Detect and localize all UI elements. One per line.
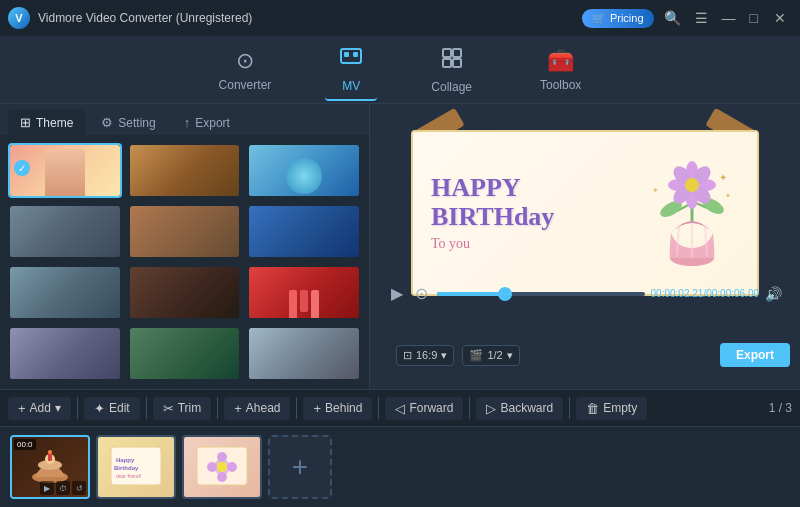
birthday-card: HAPPY BIRTHday To you — [423, 142, 747, 284]
birthday-text: HAPPY BIRTHday To you — [423, 174, 625, 251]
title-bar: V Vidmore Video Converter (Unregistered)… — [0, 0, 800, 36]
ahead-button[interactable]: + Ahead — [224, 397, 290, 420]
svg-text:dear friend!: dear friend! — [116, 473, 141, 479]
svg-text:✦: ✦ — [652, 186, 659, 195]
nav-toolbox[interactable]: 🧰 Toolbox — [526, 42, 595, 98]
clip-2-bg: Happy Birthday dear friend! — [98, 437, 174, 497]
aspect-icon: ⊡ — [403, 349, 412, 362]
sep6 — [469, 397, 470, 419]
trim-icon: ✂ — [163, 401, 174, 416]
svg-point-40 — [217, 452, 227, 462]
svg-rect-1 — [344, 52, 349, 57]
forward-icon: ◁ — [395, 401, 405, 416]
right-panel: HAPPY BIRTHday To you — [370, 104, 800, 389]
clip-2[interactable]: Happy Birthday dear friend! — [96, 435, 176, 499]
controls-bar: ▶ ⊙ 00:00:02.21/00:00:06.00 🔊 — [380, 278, 790, 309]
clips-select[interactable]: 🎬 1/2 ▾ — [462, 345, 519, 366]
theme-romantic[interactable]: Romantic — [8, 265, 122, 320]
birthday-title-line2: BIRTHday — [431, 203, 625, 232]
svg-rect-6 — [453, 59, 461, 67]
ahead-icon: + — [234, 401, 242, 416]
minimize-icon[interactable]: — — [718, 8, 740, 28]
sep2 — [146, 397, 147, 419]
theme-happy[interactable]: ✓ Happy — [8, 143, 122, 198]
nav-converter[interactable]: ⊙ Converter — [205, 42, 286, 98]
export-icon: ↑ — [184, 115, 191, 130]
edit-button[interactable]: ✦ Edit — [84, 397, 140, 420]
converter-icon: ⊙ — [236, 48, 254, 74]
svg-point-44 — [217, 462, 227, 472]
pricing-button[interactable]: 🛒 Pricing — [582, 9, 654, 28]
stop-button[interactable]: ⊙ — [412, 282, 431, 305]
preview-card: HAPPY BIRTHday To you — [411, 130, 759, 296]
gear-icon: ⚙ — [101, 115, 113, 130]
theme-chic[interactable]: Chic — [247, 143, 361, 198]
grid-icon: ⊞ — [20, 115, 31, 130]
progress-bar[interactable] — [437, 292, 645, 296]
add-button[interactable]: + Add ▾ — [8, 397, 71, 420]
tab-theme[interactable]: ⊞ Theme — [8, 110, 85, 135]
svg-point-33 — [48, 450, 52, 454]
volume-icon[interactable]: 🔊 — [765, 286, 782, 302]
tab-export[interactable]: ↑ Export — [172, 110, 242, 135]
birthday-illustration: ✦ ✦ ✦ — [637, 153, 747, 273]
theme-modern-life[interactable]: Modern Life — [128, 204, 242, 259]
backward-button[interactable]: ▷ Backward — [476, 397, 563, 420]
export-button[interactable]: Export — [720, 343, 790, 367]
themes-grid: ✓ Happy Blank Chic Simple — [0, 135, 369, 389]
sep3 — [217, 397, 218, 419]
birthday-title-line1: HAPPY — [431, 174, 625, 203]
empty-button[interactable]: 🗑 Empty — [576, 397, 647, 420]
play-button[interactable]: ▶ — [388, 282, 406, 305]
active-check: ✓ — [14, 160, 30, 176]
svg-rect-4 — [453, 49, 461, 57]
birthday-subtitle: To you — [431, 236, 625, 252]
maximize-icon[interactable]: □ — [746, 8, 762, 28]
add-clip-button[interactable]: + — [268, 435, 332, 499]
svg-point-42 — [207, 462, 217, 472]
close-button[interactable]: ✕ — [768, 8, 792, 28]
nav-mv[interactable]: MV — [325, 39, 377, 101]
aspect-ratio-select[interactable]: ⊡ 16:9 ▾ — [396, 345, 454, 366]
forward-button[interactable]: ◁ Forward — [385, 397, 463, 420]
tab-setting[interactable]: ⚙ Setting — [89, 110, 167, 135]
clock-indicator: ⏱ — [56, 481, 70, 495]
app-icon: V — [8, 7, 30, 29]
behind-icon: + — [313, 401, 321, 416]
behind-button[interactable]: + Behind — [303, 397, 372, 420]
trim-button[interactable]: ✂ Trim — [153, 397, 212, 420]
toolbox-icon: 🧰 — [547, 48, 574, 74]
page-count: 1 / 3 — [769, 401, 792, 415]
title-right: 🛒 Pricing 🔍 ☰ — □ ✕ — [582, 8, 792, 28]
edit-icon: ✦ — [94, 401, 105, 416]
preview-content: HAPPY BIRTHday To you — [413, 132, 757, 294]
clip-3[interactable] — [182, 435, 262, 499]
theme-blank[interactable]: Blank — [128, 143, 242, 198]
title-text: Vidmore Video Converter (Unregistered) — [38, 11, 252, 25]
options-row: ⊡ 16:9 ▾ 🎬 1/2 ▾ Export — [388, 339, 798, 371]
search-icon[interactable]: 🔍 — [660, 8, 685, 28]
svg-text:✦: ✦ — [725, 192, 731, 199]
progress-dot — [498, 287, 512, 301]
theme-leisure[interactable]: Lesure — [247, 265, 361, 320]
dropdown-icon: ▾ — [441, 349, 447, 362]
sep1 — [77, 397, 78, 419]
clip-1-icons: ▶ ⏱ ↺ — [40, 481, 86, 495]
nav-collage[interactable]: Collage — [417, 40, 486, 100]
empty-icon: 🗑 — [586, 401, 599, 416]
svg-rect-32 — [48, 453, 52, 461]
clip-3-bg — [184, 437, 260, 497]
theme-fashion[interactable]: Fashion — [128, 265, 242, 320]
svg-rect-3 — [443, 49, 451, 57]
svg-text:Birthday: Birthday — [114, 465, 139, 471]
theme-more2[interactable] — [247, 326, 361, 381]
sep4 — [296, 397, 297, 419]
menu-icon[interactable]: ☰ — [691, 8, 712, 28]
theme-joy[interactable]: Joy — [247, 204, 361, 259]
svg-rect-2 — [353, 52, 358, 57]
theme-ahead[interactable]: Ahead — [8, 326, 122, 381]
theme-simple[interactable]: Simple — [8, 204, 122, 259]
theme-more1[interactable] — [128, 326, 242, 381]
clip-1[interactable]: 00:0 ▶ ⏱ ↺ — [10, 435, 90, 499]
svg-text:✦: ✦ — [719, 172, 727, 183]
